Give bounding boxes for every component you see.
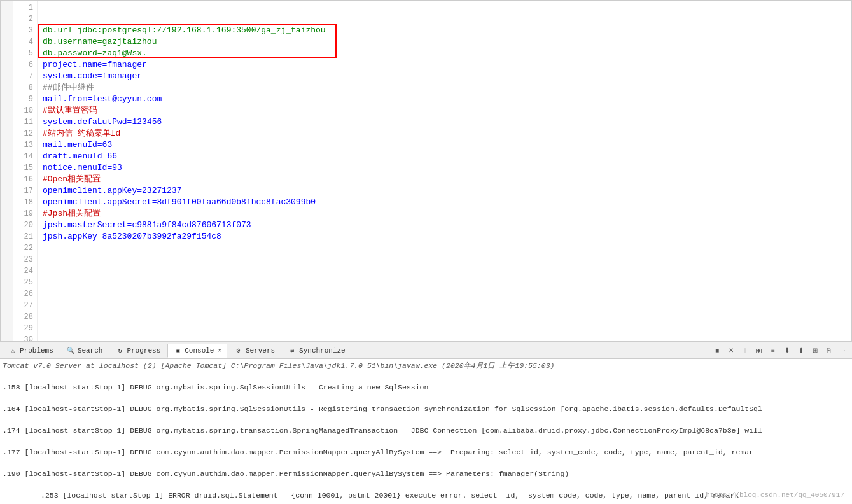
tab-item-synchronize[interactable]: ⇄Synchronize — [282, 344, 351, 358]
line-number: 29 — [13, 323, 33, 334]
line-number: 15 — [13, 162, 33, 174]
code-line: db.url=jdbc:postgresql://192.168.1.169:3… — [43, 25, 851, 36]
bottom-panel: ⚠Problems🔍Search↻Progress▣Console✕⚙Serve… — [0, 342, 852, 504]
search-label: Search — [78, 347, 103, 354]
line-number: 25 — [13, 277, 33, 288]
code-line: db.username=gazjtaizhou — [43, 36, 851, 48]
line-number: 22 — [13, 242, 33, 254]
code-line: notice.menuId=93 — [43, 162, 851, 174]
code-line: #默认重置密码 — [43, 105, 851, 116]
line-number: 2 — [13, 13, 33, 25]
code-line: mail.from=test@cyyun.com — [43, 94, 851, 105]
code-line: ##邮件中继件 — [43, 82, 851, 94]
tab-item-servers[interactable]: ⚙Servers — [228, 344, 281, 358]
toolbar-button-1[interactable]: ✕ — [725, 344, 737, 357]
line-number: 27 — [13, 300, 33, 311]
console-line: .164 [localhost-startStop-1] DEBUG org.m… — [3, 403, 849, 414]
toolbar-button-8[interactable]: ⎘ — [823, 344, 835, 357]
line-number: 3 — [13, 25, 33, 36]
code-line: db.password=zaq1@Wsx. — [43, 48, 851, 59]
tab-item-progress[interactable]: ↻Progress — [109, 344, 166, 358]
toolbar-button-6[interactable]: ⬆ — [795, 344, 807, 357]
line-number: 26 — [13, 288, 33, 300]
left-gutter — [1, 1, 13, 341]
line-number: 11 — [13, 116, 33, 128]
line-number: 8 — [13, 82, 33, 94]
code-line: openimclient.appSecret=8df901f00faa66d0b… — [43, 197, 851, 208]
search-icon: 🔍 — [66, 346, 75, 355]
line-number: 1 — [13, 2, 33, 13]
toolbar-button-4[interactable]: ≡ — [767, 344, 779, 357]
code-line: jpsh.masterSecret=c9881a9f84cd87606713f0… — [43, 220, 851, 231]
line-number: 24 — [13, 265, 33, 277]
line-number: 14 — [13, 151, 33, 162]
synchronize-icon: ⇄ — [288, 346, 297, 355]
line-number: 9 — [13, 94, 33, 105]
code-line: mail.menuId=63 — [43, 139, 851, 151]
code-line: #Jpsh相关配置 — [43, 208, 851, 220]
line-numbers: 1234567891011121314151617181920212223242… — [13, 1, 38, 341]
toolbar-button-9[interactable]: → — [837, 344, 849, 357]
line-number: 13 — [13, 139, 33, 151]
problems-label: Problems — [20, 347, 53, 354]
code-content[interactable]: db.url=jdbc:postgresql://192.168.1.169:3… — [38, 1, 851, 341]
editor-area: 1234567891011121314151617181920212223242… — [0, 0, 852, 342]
code-line: #Open相关配置 — [43, 174, 851, 185]
toolbar-button-0[interactable]: ■ — [711, 344, 723, 357]
tab-item-problems[interactable]: ⚠Problems — [3, 344, 59, 358]
line-number: 6 — [13, 59, 33, 71]
line-number: 30 — [13, 334, 33, 341]
console-label: Console — [185, 347, 214, 354]
console-line: .190 [localhost-startStop-1] DEBUG com.c… — [3, 468, 849, 479]
code-line: project.name=fmanager — [43, 59, 851, 71]
code-line: jpsh.appKey=8a5230207b3992fa29f154c8 — [43, 231, 851, 242]
progress-label: Progress — [127, 347, 160, 354]
code-line: #站内信 约稿案单Id — [43, 128, 851, 139]
problems-icon: ⚠ — [8, 346, 17, 355]
console-output[interactable]: Tomcat v7.0 Server at localhost (2) [Apa… — [0, 359, 852, 504]
servers-label: Servers — [246, 347, 275, 354]
line-number: 7 — [13, 71, 33, 82]
line-number: 17 — [13, 185, 33, 197]
line-number: 21 — [13, 231, 33, 242]
line-number: 4 — [13, 36, 33, 48]
toolbar-button-2[interactable]: ⏸ — [739, 344, 751, 357]
line-number: 5 — [13, 48, 33, 59]
line-number: 18 — [13, 197, 33, 208]
line-number: 16 — [13, 174, 33, 185]
tab-item-search[interactable]: 🔍Search — [60, 344, 109, 358]
tab-bar: ⚠Problems🔍Search↻Progress▣Console✕⚙Serve… — [0, 342, 852, 359]
line-number: 28 — [13, 311, 33, 323]
line-number: 20 — [13, 220, 33, 231]
console-line: .158 [localhost-startStop-1] DEBUG org.m… — [3, 382, 849, 393]
toolbar-button-5[interactable]: ⬇ — [781, 344, 793, 357]
servers-icon: ⚙ — [234, 346, 243, 355]
progress-icon: ↻ — [115, 346, 124, 355]
code-line: system.code=fmanager — [43, 71, 851, 82]
code-line: openimclient.appKey=23271237 — [43, 185, 851, 197]
tab-item-console[interactable]: ▣Console✕ — [167, 344, 227, 358]
code-line: draft.menuId=66 — [43, 151, 851, 162]
synchronize-label: Synchronize — [299, 347, 346, 354]
console-line: .177 [localhost-startStop-1] DEBUG com.c… — [3, 447, 849, 458]
line-number: 19 — [13, 208, 33, 220]
code-container: 1234567891011121314151617181920212223242… — [1, 1, 851, 341]
console-toolbar: ■✕⏸⏭≡⬇⬆⊞⎘→ — [711, 344, 849, 357]
console-icon: ▣ — [173, 346, 182, 355]
code-line: system.defaLutPwd=123456 — [43, 116, 851, 128]
console-line: .174 [localhost-startStop-1] DEBUG org.m… — [3, 425, 849, 436]
console-tomcat-header: Tomcat v7.0 Server at localhost (2) [Apa… — [3, 360, 849, 371]
watermark: https://blog.csdn.net/qq_40507917 — [706, 491, 844, 499]
toolbar-button-3[interactable]: ⏭ — [753, 344, 765, 357]
line-number: 12 — [13, 128, 33, 139]
toolbar-button-7[interactable]: ⊞ — [809, 344, 821, 357]
line-number: 23 — [13, 254, 33, 265]
close-tab-icon[interactable]: ✕ — [218, 347, 221, 354]
line-number: 10 — [13, 105, 33, 116]
